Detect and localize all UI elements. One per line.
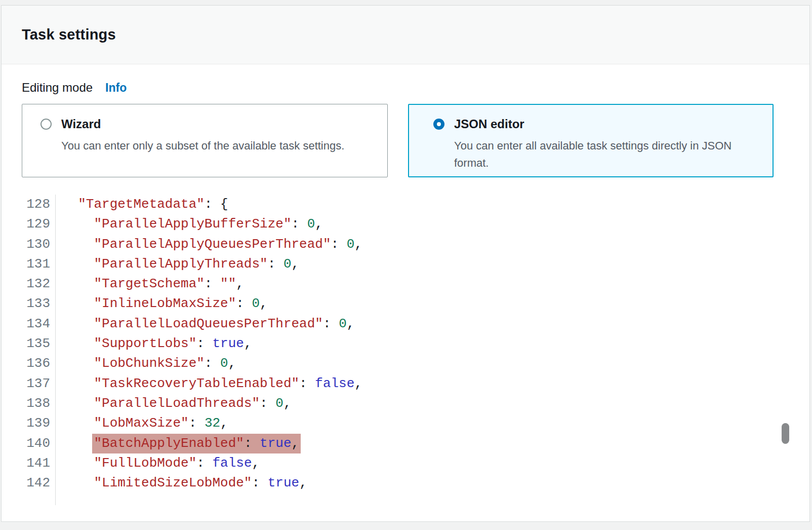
code-text: "TargetMetadata": {: [56, 195, 228, 214]
code-text: "LimitedSizeLobMode": true,: [56, 473, 307, 493]
panel-header: Task settings: [2, 6, 809, 64]
line-number: 141: [22, 453, 56, 473]
match-highlight: "BatchApplyEnabled": true,: [92, 434, 301, 453]
wizard-option-label: Wizard: [61, 117, 101, 131]
line-number: 132: [22, 274, 56, 294]
code-line[interactable]: 135 "SupportLobs": true,: [22, 334, 789, 354]
json-editor-option-description: You can enter all available task setting…: [454, 137, 754, 172]
code-line[interactable]: 132 "TargetSchema": "",: [22, 274, 789, 294]
code-line[interactable]: 128 "TargetMetadata": {: [22, 195, 789, 214]
code-line[interactable]: 138 "ParallelLoadThreads": 0,: [22, 394, 789, 413]
code-line[interactable]: 142 "LimitedSizeLobMode": true,: [22, 473, 789, 493]
json-code-editor[interactable]: 128 "TargetMetadata": {129 "ParallelAppl…: [22, 195, 789, 505]
code-line[interactable]: 139 "LobMaxSize": 32,: [22, 413, 789, 433]
code-line[interactable]: 133 "InlineLobMaxSize": 0,: [22, 294, 789, 314]
code-text: "LobMaxSize": 32,: [56, 413, 228, 433]
line-number: 129: [22, 214, 56, 234]
line-number: 133: [22, 294, 56, 314]
json-editor-radio-button[interactable]: [433, 119, 444, 130]
code-line[interactable]: 140 "BatchApplyEnabled": true,: [22, 434, 789, 453]
code-text: "ParallelApplyQueuesPerThread": 0,: [56, 235, 362, 254]
task-settings-panel: Task settings Editing mode Info Wizard Y…: [1, 5, 810, 522]
code-text: "TargetSchema": "",: [56, 274, 244, 294]
wizard-option-card[interactable]: Wizard You can enter only a subset of th…: [22, 104, 388, 177]
line-number: 131: [22, 254, 56, 274]
code-line[interactable]: 136 "LobChunkSize": 0,: [22, 354, 789, 373]
line-number: 130: [22, 235, 56, 254]
code-text: "TaskRecoveryTableEnabled": false,: [56, 374, 362, 394]
code-line[interactable]: 130 "ParallelApplyQueuesPerThread": 0,: [22, 235, 789, 254]
editing-mode-options: Wizard You can enter only a subset of th…: [22, 104, 789, 177]
code-text: "ParallelLoadQueuesPerThread": 0,: [56, 314, 354, 334]
line-number: 138: [22, 394, 56, 413]
json-editor-option-label: JSON editor: [454, 117, 524, 131]
info-link[interactable]: Info: [105, 81, 127, 95]
line-number: 135: [22, 334, 56, 354]
wizard-option-description: You can enter only a subset of the avail…: [61, 137, 373, 155]
code-text: "BatchApplyEnabled": true,: [56, 434, 301, 453]
line-number: 134: [22, 314, 56, 334]
code-lines: 128 "TargetMetadata": {129 "ParallelAppl…: [22, 195, 789, 493]
wizard-radio-button[interactable]: [40, 119, 52, 130]
json-editor-option-header: JSON editor: [433, 117, 758, 131]
panel-body: Editing mode Info Wizard You can enter o…: [2, 64, 809, 505]
code-line[interactable]: 134 "ParallelLoadQueuesPerThread": 0,: [22, 314, 789, 334]
line-number: 136: [22, 354, 56, 373]
json-editor-option-card[interactable]: JSON editor You can enter all available …: [408, 104, 774, 177]
page-title: Task settings: [22, 26, 116, 43]
scrollbar-thumb[interactable]: [782, 423, 789, 444]
gutter-stub: [22, 493, 789, 505]
code-text: "ParallelApplyBufferSize": 0,: [56, 214, 323, 234]
wizard-option-header: Wizard: [40, 117, 373, 131]
code-line[interactable]: 141 "FullLobMode": false,: [22, 453, 789, 473]
code-line[interactable]: 137 "TaskRecoveryTableEnabled": false,: [22, 374, 789, 394]
editing-mode-row: Editing mode Info: [22, 81, 789, 95]
code-text: "FullLobMode": false,: [56, 453, 260, 473]
code-text: "ParallelLoadThreads": 0,: [56, 394, 292, 413]
code-line[interactable]: 131 "ParallelApplyThreads": 0,: [22, 254, 789, 274]
line-number: 128: [22, 195, 56, 214]
code-text: "ParallelApplyThreads": 0,: [56, 254, 299, 274]
code-text: "SupportLobs": true,: [56, 334, 252, 354]
editing-mode-label: Editing mode: [22, 81, 93, 95]
line-number: 139: [22, 413, 56, 433]
line-number: 140: [22, 434, 56, 453]
line-number: 137: [22, 374, 56, 394]
code-line[interactable]: 129 "ParallelApplyBufferSize": 0,: [22, 214, 789, 234]
line-number: 142: [22, 473, 56, 493]
code-text: "InlineLobMaxSize": 0,: [56, 294, 268, 314]
code-text: "LobChunkSize": 0,: [56, 354, 236, 373]
